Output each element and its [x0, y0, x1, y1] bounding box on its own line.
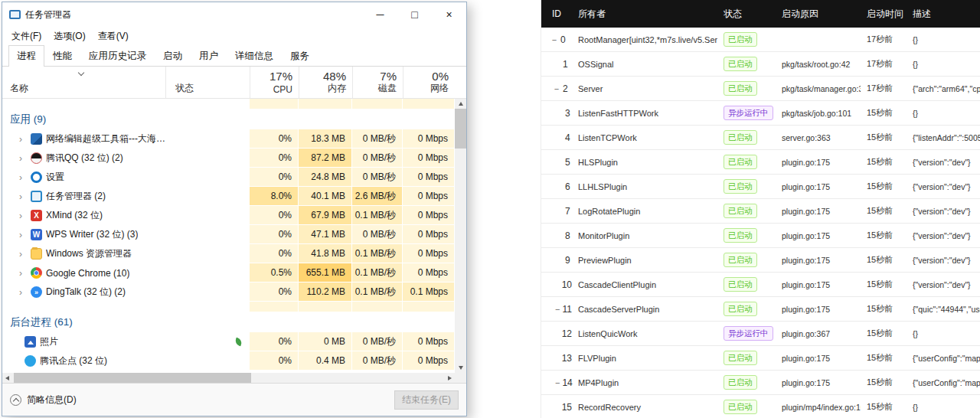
expand-chevron-icon[interactable]: ›: [19, 134, 27, 145]
monitor-row-id: 2: [563, 83, 568, 94]
tab-performance[interactable]: 性能: [44, 45, 80, 67]
close-button[interactable]: ×: [432, 2, 466, 27]
expand-chevron-icon[interactable]: ›: [19, 230, 27, 240]
scroll-left-button[interactable]: [2, 373, 12, 383]
expand-chevron-icon[interactable]: ›: [19, 211, 27, 221]
monitor-col-start-time[interactable]: 启动时间: [861, 8, 906, 21]
start-reason-cell: plugin.go:175: [776, 182, 861, 191]
tab-details[interactable]: 详细信息: [227, 45, 282, 67]
collapse-toggle-icon[interactable]: −: [555, 378, 560, 387]
name-column-header[interactable]: 名称: [2, 67, 165, 98]
monitor-col-id[interactable]: ID: [541, 8, 572, 19]
monitor-col-description[interactable]: 描述: [906, 8, 980, 21]
process-row[interactable]: ›DingTalk (32 位) (2)0%110.2 MB0.1 MB/秒0.…: [2, 282, 455, 302]
monitor-row[interactable]: 15RecordRecovery已启动plugin/mp4/index.go:1…: [541, 395, 980, 418]
monitor-id-cell: 15: [541, 402, 572, 413]
vertical-scrollbar[interactable]: [455, 99, 466, 373]
start-reason-cell: plugin.go:175: [776, 158, 861, 167]
menu-file[interactable]: 文件(F): [5, 28, 47, 45]
start-reason-cell: plugin/mp4/index.go:102: [776, 403, 861, 412]
owner-cell: Server: [572, 84, 717, 93]
details-toggle[interactable]: 简略信息(D): [10, 394, 77, 407]
process-group-header[interactable]: 后台进程 (61): [2, 312, 455, 332]
process-row[interactable]: ›任务管理器 (2)8.0%40.1 MB2.6 MB/秒0 Mbps: [2, 187, 455, 206]
scroll-up-button[interactable]: [455, 99, 466, 109]
vertical-scrollbar-thumb[interactable]: [455, 109, 466, 149]
qq-icon: [31, 152, 42, 164]
menu-options[interactable]: 选项(O): [47, 28, 91, 45]
monitor-row[interactable]: 13FLVPlugin已启动plugin.go:17515秒前{"userCon…: [541, 346, 980, 371]
title-bar[interactable]: 任务管理器 ─ □ ×: [2, 2, 466, 27]
process-row[interactable]: ›Google Chrome (10)0.5%655.1 MB0.1 MB/秒0…: [2, 263, 455, 282]
monitor-row[interactable]: −2Server已启动pkg/task/manager.go:3717秒前{"a…: [541, 77, 980, 101]
cpu-column-header[interactable]: 17% CPU: [250, 67, 299, 98]
process-group-header[interactable]: 应用 (9): [2, 109, 455, 129]
monitor-row[interactable]: 7LogRotatePlugin已启动plugin.go:17515秒前{"ve…: [541, 199, 980, 224]
process-row[interactable]: ›WPS Writer (32 位) (3)0%47.1 MB0 MB/秒0 M…: [2, 225, 455, 244]
memory-column-header[interactable]: 48% 内存: [299, 67, 352, 98]
menu-view[interactable]: 查看(V): [92, 28, 135, 45]
process-row[interactable]: 照片0%0 MB0 MB/秒0 Mbps: [2, 332, 455, 351]
monitor-col-owner[interactable]: 所有者: [572, 8, 717, 21]
expand-chevron-icon[interactable]: ›: [19, 287, 27, 298]
scroll-down-button[interactable]: [455, 363, 466, 373]
tab-bar: 进程 性能 应用历史记录 启动 用户 详细信息 服务: [2, 45, 466, 67]
monitor-row[interactable]: 8MonitorPlugin已启动plugin.go:17515秒前{"vers…: [541, 224, 980, 248]
monitor-col-status[interactable]: 状态: [717, 8, 776, 21]
monitor-row[interactable]: 10CascadeClientPlugin已启动plugin.go:17515秒…: [541, 273, 980, 297]
monitor-row[interactable]: 6LLHLSPlugin已启动plugin.go:17515秒前{"versio…: [541, 175, 980, 199]
process-status-cell: [165, 129, 250, 149]
process-row[interactable]: ›XMind (32 位)0%67.9 MB0.1 MB/秒0 Mbps: [2, 206, 455, 225]
task-manager-app-icon: [9, 10, 21, 19]
disk-cell: 0 MB/秒: [352, 351, 403, 371]
expand-chevron-icon[interactable]: ›: [19, 191, 27, 202]
collapse-toggle-icon[interactable]: −: [553, 84, 560, 93]
arrow-up-icon: [459, 102, 463, 106]
process-name: DingTalk (32 位) (2): [46, 286, 126, 299]
process-row[interactable]: ›腾讯QQ (32 位) (2)0%87.2 MB0 MB/秒0 Mbps: [2, 149, 455, 168]
tab-startup[interactable]: 启动: [155, 45, 191, 67]
process-status-cell: [165, 149, 250, 168]
monitor-col-start-reason[interactable]: 启动原因: [776, 8, 861, 21]
end-task-button[interactable]: 结束任务(E): [394, 390, 459, 410]
expand-chevron-icon[interactable]: ›: [19, 172, 27, 183]
description-cell: {"version":"dev"}: [906, 231, 980, 240]
expand-chevron-icon[interactable]: ›: [19, 249, 27, 260]
expand-chevron-icon[interactable]: ›: [19, 153, 27, 164]
scroll-right-button[interactable]: [445, 373, 455, 383]
memory-cell: 47.1 MB: [299, 225, 352, 244]
tab-services[interactable]: 服务: [282, 45, 318, 67]
monitor-row[interactable]: 12ListenQuicWork异步运行中plugin.go:36715秒前{}: [541, 322, 980, 346]
network-column-header[interactable]: 0% 网络: [403, 67, 455, 98]
monitor-row[interactable]: −11CascadeServerPlugin已启动plugin.go:17515…: [541, 297, 980, 322]
collapse-toggle-icon[interactable]: −: [555, 305, 560, 314]
collapse-toggle-icon[interactable]: −: [550, 35, 558, 44]
monitor-row[interactable]: −0RootManager[uint32,*m7s.live/v5.Server…: [541, 28, 980, 52]
tab-app-history[interactable]: 应用历史记录: [80, 45, 155, 67]
process-row[interactable]: ›Windows 资源管理器0%41.8 MB0.1 MB/秒0 Mbps: [2, 244, 455, 263]
disk-column-header[interactable]: 7% 磁盘: [352, 67, 403, 98]
process-row[interactable]: ›网络编辑超级工具箱---大海加...0%18.3 MB0 MB/秒0 Mbps: [2, 129, 455, 149]
monitor-row[interactable]: 9PreviewPlugin已启动plugin.go:17515秒前{"vers…: [541, 248, 980, 273]
group-spacer-row: [2, 302, 455, 312]
expand-chevron-icon[interactable]: ›: [19, 268, 27, 279]
monitor-row[interactable]: 3ListenFastHTTPWork异步运行中pkg/task/job.go:…: [541, 101, 980, 126]
horizontal-scrollbar[interactable]: [2, 373, 455, 383]
process-row[interactable]: 腾讯企点 (32 位)0%0.4 MB0 MB/秒0 Mbps: [2, 351, 455, 371]
monitor-row[interactable]: 4ListenTCPWork已启动server.go:36315秒前{"list…: [541, 126, 980, 150]
monitor-row[interactable]: 1OSSignal已启动pkg/task/root.go:4217秒前{}: [541, 52, 980, 77]
monitor-row[interactable]: −14MP4Plugin已启动plugin.go:17515秒前{"userCo…: [541, 371, 980, 395]
monitor-row[interactable]: 5HLSPlugin已启动plugin.go:17515秒前{"version"…: [541, 150, 980, 175]
status-column-header[interactable]: 状态: [165, 67, 250, 98]
status-cell: 已启动: [717, 204, 776, 218]
vertical-scrollbar-track[interactable]: [455, 149, 466, 363]
minimize-button[interactable]: ─: [363, 2, 397, 27]
horizontal-scrollbar-thumb[interactable]: [14, 373, 251, 383]
process-monitor-table: ID 所有者 状态 启动原因 启动时间 描述 −0RootManager[uin…: [541, 0, 980, 418]
process-row[interactable]: ›设置0%24.8 MB0 MB/秒0 Mbps: [2, 168, 455, 187]
tab-users[interactable]: 用户: [191, 45, 227, 67]
cpu-cell: 0%: [250, 149, 299, 168]
maximize-button[interactable]: □: [397, 2, 432, 27]
tab-processes[interactable]: 进程: [8, 45, 44, 67]
start-time-cell: 15秒前: [861, 303, 906, 315]
